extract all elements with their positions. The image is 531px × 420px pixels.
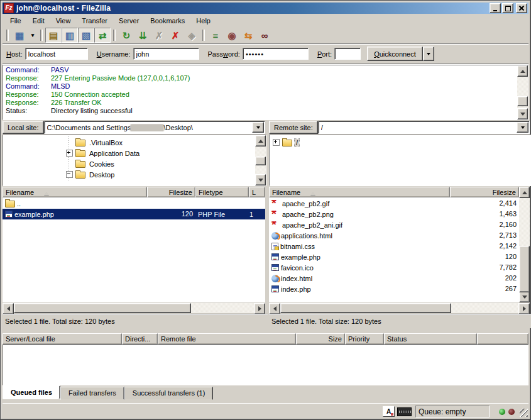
scroll-down-button[interactable] bbox=[519, 291, 530, 302]
column-header[interactable]: Filesize bbox=[147, 187, 195, 197]
sort-ascending-icon bbox=[44, 189, 49, 196]
tree-item[interactable]: Application Data bbox=[3, 148, 255, 158]
queue-tab[interactable]: Queued files bbox=[3, 385, 60, 399]
filter-button[interactable]: ≡ bbox=[207, 28, 224, 43]
file-row[interactable]: index.html 202 bbox=[269, 273, 519, 284]
scroll-up-button[interactable] bbox=[255, 135, 266, 146]
tree-item[interactable]: .VirtualBox bbox=[3, 137, 255, 148]
maximize-button[interactable] bbox=[502, 3, 513, 13]
scroll-thumb[interactable] bbox=[517, 96, 528, 106]
queue-column-header[interactable]: Priority bbox=[345, 333, 384, 345]
scroll-thumb[interactable] bbox=[519, 246, 530, 292]
scroll-up-button[interactable] bbox=[517, 65, 528, 77]
remote-list-hscrollbar[interactable] bbox=[269, 303, 530, 313]
scroll-right-button[interactable] bbox=[518, 303, 530, 314]
menu-item[interactable]: File bbox=[4, 16, 27, 26]
scroll-down-button[interactable] bbox=[255, 174, 266, 185]
file-row[interactable]: example.php 120 PHP File 1 bbox=[3, 209, 265, 219]
chevron-down-icon bbox=[427, 53, 430, 57]
queue-tab[interactable]: Successful transfers (1) bbox=[124, 387, 214, 400]
menu-item[interactable]: Edit bbox=[27, 16, 50, 26]
tree-expander[interactable] bbox=[66, 171, 73, 178]
menu-item[interactable]: Server bbox=[113, 16, 145, 26]
tree-item[interactable]: Desktop bbox=[3, 169, 255, 180]
triangle-up-icon bbox=[520, 67, 525, 73]
tree-item[interactable]: / bbox=[270, 137, 530, 148]
find-files-button[interactable]: ∞ bbox=[256, 28, 273, 43]
remote-site-combobox[interactable]: / bbox=[318, 121, 530, 134]
column-header[interactable]: Filename bbox=[269, 187, 450, 197]
port-input[interactable] bbox=[334, 48, 361, 60]
tree-expander[interactable] bbox=[66, 150, 73, 157]
folder-icon bbox=[75, 172, 85, 179]
file-row[interactable]: applications.html 2,713 bbox=[269, 230, 519, 241]
local-list-hscrollbar[interactable] bbox=[3, 303, 265, 313]
local-site-dropdown[interactable] bbox=[252, 122, 264, 133]
scroll-thumb[interactable] bbox=[14, 303, 191, 313]
scroll-right-button[interactable] bbox=[254, 303, 265, 314]
toolbar-icon: ≡ bbox=[213, 31, 219, 40]
toggle-message-log-button[interactable]: ▤ bbox=[45, 28, 62, 43]
log-line: Response: 226 Transfer OK bbox=[6, 99, 517, 107]
menu-item[interactable]: Transfer bbox=[76, 16, 113, 26]
toolbar-icon: ↻ bbox=[123, 31, 131, 40]
file-row[interactable]: example.php 120 bbox=[269, 251, 519, 262]
quickconnect-dropdown[interactable] bbox=[423, 47, 434, 61]
column-header[interactable]: Filetype bbox=[195, 187, 249, 197]
queue-column-header[interactable] bbox=[477, 333, 528, 345]
filezilla-window: Fz john@localhost - FileZilla FileEditVi… bbox=[0, 0, 531, 420]
file-row[interactable]: index.php 267 bbox=[269, 284, 519, 294]
file-row[interactable]: .. bbox=[3, 198, 265, 209]
file-row[interactable]: bitnami.css 2,142 bbox=[269, 241, 519, 251]
cancel-operation-button[interactable]: ✗ bbox=[151, 28, 167, 43]
directory-comparison-button[interactable]: ◉ bbox=[224, 28, 240, 43]
queue-column-header[interactable]: Size bbox=[296, 333, 345, 345]
quickconnect-button[interactable]: Quickconnect bbox=[367, 47, 423, 61]
local-site-combobox[interactable]: C:\Documents and Settings\Desktop\ bbox=[44, 121, 265, 134]
username-input[interactable] bbox=[133, 48, 199, 60]
file-row[interactable]: favicon.ico 7,782 bbox=[269, 262, 519, 273]
disconnect-button[interactable]: ✗ bbox=[167, 28, 183, 43]
tree-item[interactable]: Cookies bbox=[3, 158, 255, 169]
queue-column-header[interactable]: Directi... bbox=[122, 333, 158, 345]
scroll-up-button[interactable] bbox=[519, 187, 530, 198]
refresh-button[interactable]: ↻ bbox=[118, 28, 134, 43]
queue-column-header[interactable]: Status bbox=[384, 333, 477, 345]
column-header[interactable]: Filename bbox=[3, 187, 147, 197]
queue-tab[interactable]: Failed transfers bbox=[60, 387, 124, 400]
queue-column-header[interactable]: Remote file bbox=[158, 333, 296, 345]
tree-expander[interactable] bbox=[273, 139, 280, 146]
scroll-left-button[interactable] bbox=[269, 303, 280, 314]
menu-item[interactable]: Help bbox=[190, 16, 216, 26]
minimize-button[interactable] bbox=[490, 3, 501, 13]
toggle-transfer-queue-button[interactable]: ⇄ bbox=[94, 28, 111, 43]
host-input[interactable] bbox=[25, 48, 88, 60]
synchronized-browsing-button[interactable]: ⇆ bbox=[240, 28, 256, 43]
queue-column-header[interactable]: Server/Local file bbox=[3, 333, 122, 345]
file-row[interactable]: apache_pb2.png 1,463 bbox=[269, 209, 519, 219]
close-button[interactable] bbox=[516, 3, 527, 13]
resize-grip[interactable] bbox=[520, 409, 528, 417]
toggle-local-treeview-button[interactable]: ▥ bbox=[62, 28, 78, 43]
reconnect-button[interactable]: ◈ bbox=[183, 28, 200, 43]
queue-list[interactable] bbox=[3, 345, 528, 385]
scroll-down-button[interactable] bbox=[517, 108, 528, 119]
site-manager-dropdown[interactable]: ▾ bbox=[28, 28, 38, 43]
site-manager-button[interactable]: ▦ bbox=[11, 28, 28, 43]
local-tree-scrollbar[interactable] bbox=[255, 135, 266, 185]
remote-site-dropdown[interactable] bbox=[517, 122, 528, 133]
remote-list-scrollbar[interactable] bbox=[519, 187, 530, 302]
file-row[interactable]: apache_pb2_ani.gif 2,160 bbox=[269, 219, 519, 230]
scroll-thumb[interactable] bbox=[255, 157, 266, 165]
scroll-left-button[interactable] bbox=[3, 303, 14, 314]
menu-item[interactable]: Bookmarks bbox=[145, 16, 190, 26]
file-row[interactable]: apache_pb2.gif 2,414 bbox=[269, 198, 519, 209]
column-header[interactable]: L bbox=[249, 187, 265, 197]
password-input[interactable] bbox=[243, 48, 309, 60]
column-header[interactable]: Filesize bbox=[450, 187, 519, 197]
menu-item[interactable]: View bbox=[50, 16, 77, 26]
log-scrollbar[interactable] bbox=[517, 65, 528, 119]
process-queue-button[interactable]: ⇊ bbox=[134, 28, 151, 43]
toggle-remote-treeview-button[interactable]: ▧ bbox=[78, 28, 94, 43]
scroll-thumb[interactable] bbox=[280, 303, 451, 313]
